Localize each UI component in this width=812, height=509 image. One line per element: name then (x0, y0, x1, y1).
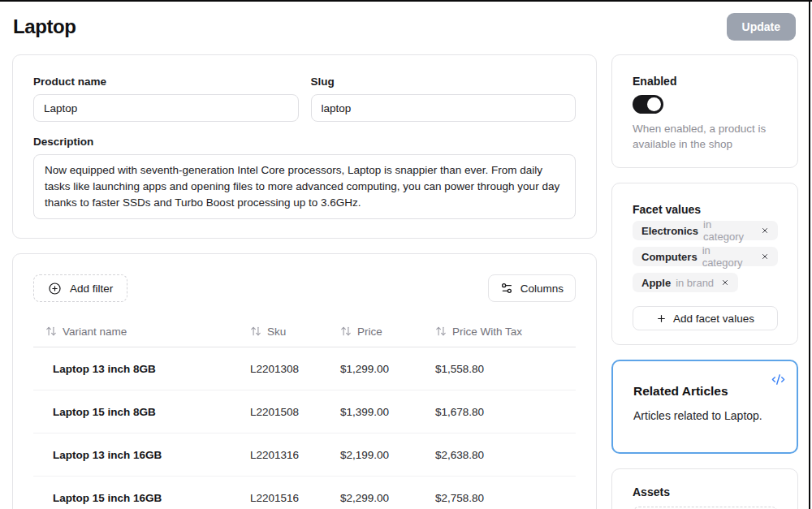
cell-sku: L2201316 (250, 449, 340, 461)
description-textarea[interactable]: Now equipped with seventh-generation Int… (33, 154, 576, 219)
window-edge-right (809, 0, 810, 509)
facet-chip: Apple in brand (633, 273, 738, 292)
cell-price-with-tax: $1,558.80 (435, 363, 576, 375)
sort-icon (435, 326, 447, 337)
variants-card: Add filter Columns Variant name (12, 253, 597, 509)
cell-price: $2,299.00 (340, 492, 435, 504)
remove-facet-icon[interactable] (761, 252, 769, 261)
header-label: Variant name (63, 326, 127, 338)
facet-chip: Computers in category (633, 247, 778, 266)
facet-chip: Electronics in category (633, 221, 778, 240)
enabled-panel: Enabled When enabled, a product is avail… (611, 54, 798, 168)
cell-price: $1,399.00 (340, 406, 435, 418)
add-filter-button[interactable]: Add filter (33, 274, 127, 302)
facet-chip-facet: in category (702, 244, 754, 269)
add-facet-values-button[interactable]: Add facet values (633, 306, 778, 330)
toggle-knob (647, 97, 661, 111)
facet-chip-list: Electronics in category Computers in cat… (633, 221, 778, 292)
header-variant-name[interactable]: Variant name (33, 326, 250, 338)
header-price-with-tax[interactable]: Price With Tax (435, 326, 576, 338)
plus-circle-icon (48, 282, 62, 295)
product-detail-page: Laptop Update Product name Slug Descript… (0, 0, 812, 509)
remove-facet-icon[interactable] (721, 278, 729, 287)
facet-chip-name: Apple (641, 277, 671, 289)
sort-icon (340, 326, 352, 337)
facet-chip-name: Computers (641, 251, 698, 263)
enabled-toggle[interactable] (633, 95, 663, 114)
table-toolbar: Add filter Columns (33, 274, 576, 302)
sort-icon (250, 326, 261, 337)
enabled-help-text: When enabled, a product is available in … (633, 121, 778, 152)
plus-icon (656, 313, 667, 324)
sort-icon (45, 326, 57, 337)
product-name-field-group: Product name (33, 75, 299, 122)
name-slug-row: Product name Slug (33, 75, 576, 122)
cell-price: $2,199.00 (340, 449, 435, 461)
slug-label: Slug (311, 75, 577, 88)
facet-chip-facet: in brand (676, 277, 714, 289)
page-header: Laptop Update (0, 0, 812, 42)
cell-variant-name: Laptop 15 inch 16GB (33, 492, 250, 504)
facet-values-panel: Facet values Electronics in category Com… (611, 183, 798, 345)
related-articles-panel: Related Articles Articles related to Lap… (611, 360, 798, 454)
assets-title: Assets (633, 485, 778, 498)
table-row[interactable]: Laptop 13 inch 8GB L2201308 $1,299.00 $1… (33, 347, 576, 390)
update-button[interactable]: Update (727, 13, 796, 41)
product-name-label: Product name (33, 75, 299, 88)
header-label: Price With Tax (452, 326, 522, 338)
description-label: Description (33, 136, 576, 148)
table-header-row: Variant name Sku Price Price With T (33, 316, 576, 347)
content-area: Product name Slug Description Now equipp… (0, 42, 812, 509)
header-label: Sku (267, 326, 286, 338)
add-facet-values-label: Add facet values (673, 313, 754, 325)
header-sku[interactable]: Sku (250, 326, 340, 338)
facet-chip-name: Electronics (641, 225, 698, 237)
related-articles-body: Articles related to Laptop. (633, 409, 777, 422)
cell-variant-name: Laptop 15 inch 8GB (33, 406, 250, 418)
related-articles-title: Related Articles (633, 384, 777, 399)
product-name-input[interactable] (33, 94, 299, 122)
remove-facet-icon[interactable] (761, 226, 769, 235)
column-settings-icon (500, 282, 513, 295)
header-price[interactable]: Price (340, 326, 435, 338)
slug-field-group: Slug (311, 75, 577, 122)
cell-price-with-tax: $1,678.80 (435, 406, 576, 418)
facet-values-title: Facet values (633, 203, 778, 216)
add-filter-label: Add filter (70, 283, 113, 295)
assets-panel: Assets (611, 468, 798, 509)
columns-button[interactable]: Columns (488, 274, 576, 302)
cell-price-with-tax: $2,758.80 (435, 492, 576, 504)
cell-price-with-tax: $2,638.80 (435, 449, 576, 461)
cell-sku: L2201508 (250, 406, 340, 418)
cell-variant-name: Laptop 13 inch 8GB (33, 363, 250, 375)
table-row[interactable]: Laptop 15 inch 16GB L2201516 $2,299.00 $… (33, 477, 576, 509)
columns-label: Columns (520, 283, 564, 295)
cell-variant-name: Laptop 13 inch 16GB (33, 449, 250, 461)
sidebar: Enabled When enabled, a product is avail… (611, 54, 798, 509)
header-label: Price (357, 326, 382, 338)
facet-chip-facet: in category (703, 218, 754, 243)
cell-sku: L2201516 (250, 492, 340, 504)
cell-price: $1,299.00 (340, 363, 435, 375)
code-icon[interactable] (771, 373, 785, 390)
main-column: Product name Slug Description Now equipp… (12, 54, 597, 509)
table-row[interactable]: Laptop 13 inch 16GB L2201316 $2,199.00 $… (33, 434, 576, 477)
product-details-card: Product name Slug Description Now equipp… (12, 54, 597, 239)
cell-sku: L2201308 (250, 363, 340, 375)
table-row[interactable]: Laptop 15 inch 8GB L2201508 $1,399.00 $1… (33, 390, 576, 434)
page-title: Laptop (13, 15, 76, 38)
variants-table: Variant name Sku Price Price With T (33, 316, 576, 509)
window-edge-top (0, 0, 812, 2)
slug-input[interactable] (311, 94, 577, 122)
enabled-title: Enabled (633, 75, 778, 88)
